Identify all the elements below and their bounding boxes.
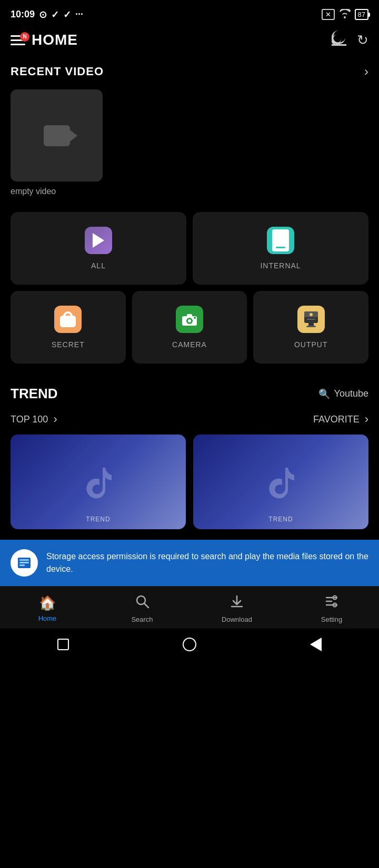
internal-icon [272,229,289,251]
battery-indicator: 87 [355,9,368,20]
trend-thumb-1[interactable]: TREND [11,435,186,529]
recent-video-title: RECENT VIDEO [11,65,104,78]
cast-icon [332,34,346,46]
output-button[interactable]: OUTPUT [253,291,368,364]
page-title: HOME [32,32,78,48]
header-actions: ↻ [332,32,368,48]
output-icon-wrapper [297,306,325,333]
favorite-label: FAVORITE [313,414,360,425]
cast-button[interactable] [332,34,346,46]
trend-sub-row: TOP 100 › FAVORITE › [11,412,368,426]
camera-icon [181,312,198,327]
svg-point-2 [188,319,191,322]
trend-label-2: TREND [268,516,293,523]
status-time: 10:09 [11,9,35,20]
video-icon [44,125,70,146]
favorite-link[interactable]: FAVORITE › [313,412,368,426]
status-right: ✕ 87 [322,9,368,21]
search-nav-icon [135,594,149,612]
x-icon: ✕ [322,9,335,20]
all-button[interactable]: ALL [11,212,186,285]
wifi-icon [339,9,351,21]
svg-rect-13 [19,562,29,563]
home-icon: 🏠 [39,595,56,611]
nav-download[interactable]: Download [216,594,258,623]
sys-home[interactable] [181,636,198,653]
svg-point-4 [194,317,196,319]
video-label: empty video [11,187,368,196]
trend-label-1: TREND [86,516,110,523]
recent-video-header: RECENT VIDEO › [11,64,368,79]
all-label: ALL [91,261,106,270]
video-item[interactable]: empty video [11,89,368,196]
output-label: OUTPUT [294,340,328,349]
circle-icon [183,638,196,651]
top100-label: TOP 100 [11,414,48,425]
trend-title: TREND [11,386,58,402]
app-header: N HOME ↻ [0,26,379,59]
nav-setting[interactable]: Setting [311,594,353,623]
recent-video-arrow[interactable]: › [364,64,368,79]
search-nav-label: Search [131,615,153,623]
play-icon [93,233,104,248]
secret-icon [54,306,82,333]
internal-icon-wrapper [267,227,294,254]
nav-search[interactable]: Search [121,594,163,623]
cloud-icon: ⊙ [39,9,47,21]
nav-home[interactable]: 🏠 Home [26,595,68,622]
svg-rect-3 [187,314,192,317]
search-icon: 🔍 [318,388,330,400]
top100-link[interactable]: TOP 100 › [11,412,57,426]
video-thumbnail[interactable] [11,89,103,181]
tiktok-logo-1 [80,462,117,501]
bottom-nav: 🏠 Home Search Download [0,586,379,629]
secret-button[interactable]: SECRET [11,291,126,364]
recent-video-section: RECENT VIDEO › empty video [0,59,379,207]
trend-thumb-2[interactable]: TREND [193,435,368,529]
check-icon: ✓ [51,9,59,21]
svg-rect-14 [19,564,25,566]
tiktok-logo-2 [263,462,300,501]
internal-label: INTERNAL [260,261,301,270]
lock-icon [60,311,76,327]
all-icon [85,227,112,254]
menu-button[interactable]: N [11,35,25,45]
camera-label: CAMERA [172,340,207,349]
sys-back[interactable] [307,636,324,653]
trend-section: TREND 🔍 Youtube TOP 100 › FAVORITE › TRE… [0,380,379,540]
setting-label: Setting [321,615,342,623]
youtube-label: Youtube [334,388,368,399]
system-nav [0,629,379,663]
setting-icon [324,594,339,612]
trend-header: TREND 🔍 Youtube [11,386,368,402]
svg-rect-12 [19,559,29,561]
square-icon [57,639,69,650]
status-bar: 10:09 ⊙ ✓ ✓ ··· ✕ 87 [0,0,379,26]
more-icon: ··· [75,9,83,20]
storage-icon [11,549,38,577]
camera-icon-wrapper [176,306,203,333]
internal-button[interactable]: INTERNAL [193,212,368,285]
home-label: Home [38,614,57,622]
top100-arrow: › [53,412,57,426]
svg-rect-8 [306,326,316,327]
notification-badge: N [20,32,29,42]
favorite-arrow: › [365,412,368,426]
sys-recent-apps[interactable] [55,636,72,653]
secret-label: SECRET [52,340,85,349]
svg-line-16 [144,603,148,608]
download-label: Download [222,615,252,623]
svg-point-9 [310,313,313,316]
output-icon [302,310,320,328]
permission-banner[interactable]: Storage access permission is required to… [0,540,379,586]
header-left: N HOME [11,32,78,48]
status-left: 10:09 ⊙ ✓ ✓ ··· [11,9,83,21]
svg-rect-10 [307,319,315,320]
triangle-icon [310,638,322,651]
camera-button[interactable]: CAMERA [132,291,247,364]
trend-thumbnails: TREND TREND [11,435,368,529]
download-icon [230,594,244,612]
youtube-link[interactable]: 🔍 Youtube [318,388,368,400]
check2-icon: ✓ [63,9,71,21]
refresh-button[interactable]: ↻ [357,32,368,48]
